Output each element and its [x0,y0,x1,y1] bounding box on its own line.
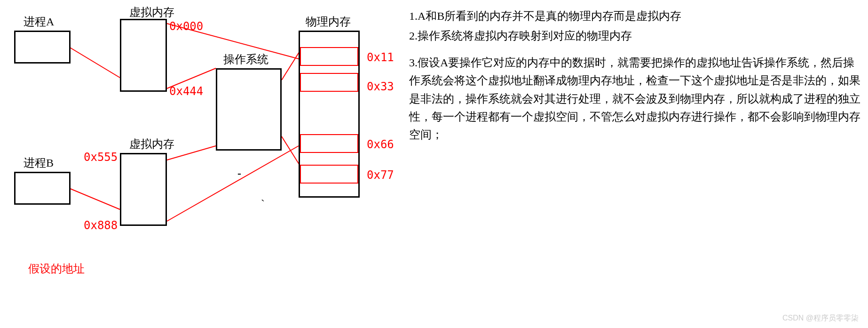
svg-line-3 [69,188,120,209]
dash-mark: - [237,167,241,180]
os-label: 操作系统 [223,52,268,67]
process-a-label: 进程A [24,14,54,29]
process-b-box [14,172,71,205]
svg-line-5 [167,146,299,221]
phys-addr-1: 0x11 [367,51,394,64]
phys-addr-4: 0x77 [367,168,394,182]
tilde-mark: ` [261,198,265,210]
vmem-b-addr-top: 0x555 [84,151,118,164]
os-box [216,68,282,151]
vmem-b-addr-bottom: 0x888 [84,219,118,232]
explain-p3: 3.假设A要操作它对应的内存中的数据时，就需要把操作的虚拟地址告诉操作系统，然后… [409,54,860,144]
explain-p1: 1.A和B所看到的内存并不是真的物理内存而是虚拟内存 [409,7,860,25]
explain-p2: 2.操作系统将虚拟内存映射到对应的物理内存 [409,27,860,45]
vmem-a-box [120,19,167,92]
assumed-address-note: 假设的地址 [28,261,85,276]
phys-addr-3: 0x66 [367,138,394,151]
phys-segment-1 [300,47,358,66]
vmem-a-addr-top: 0x000 [169,20,203,33]
physmem-label: 物理内存 [306,14,351,29]
diagram-area: 进程A 虚拟内存 0x000 0x444 进程B 虚拟内存 0x555 0x88… [0,0,404,328]
phys-segment-3 [300,134,358,153]
vmem-a-addr-bottom: 0x444 [169,85,203,98]
watermark: CSDN @程序员零零柒 [782,313,859,323]
process-b-label: 进程B [24,155,54,170]
vmem-a-label: 虚拟内存 [129,5,174,20]
explanation-area: 1.A和B所看到的内存并不是真的物理内存而是虚拟内存 2.操作系统将虚拟内存映射… [409,7,860,144]
vmem-b-label: 虚拟内存 [129,136,174,152]
phys-segment-2 [300,73,358,92]
svg-line-0 [69,47,120,78]
vmem-b-box [120,153,167,226]
phys-segment-4 [300,165,358,184]
phys-addr-2: 0x33 [367,80,394,93]
process-a-box [14,31,71,64]
